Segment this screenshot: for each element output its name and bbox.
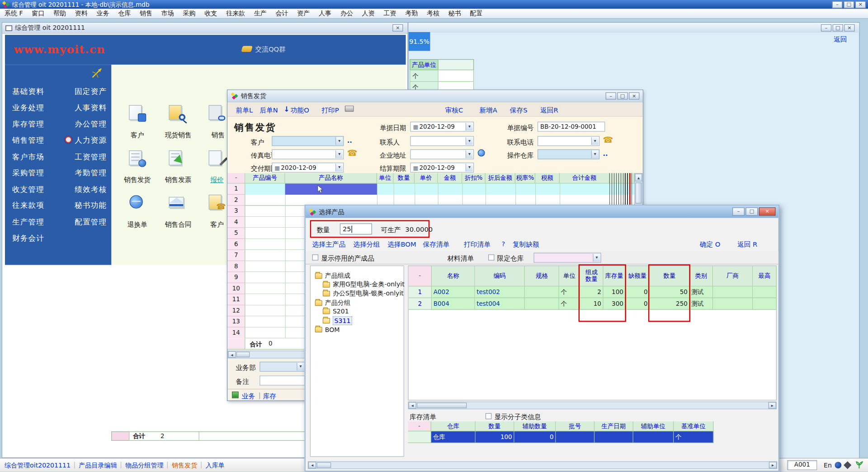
menu-payments[interactable]: 收支 (200, 9, 222, 18)
menu-attendance[interactable]: 考勤 (401, 9, 422, 18)
doc-no-field[interactable]: BB-20-12-09-0001 (538, 122, 605, 131)
printer-icon[interactable] (345, 106, 354, 112)
shortcut-sales-invoice[interactable]: 销售发票 (158, 175, 198, 185)
shortcut-return-order[interactable]: 退换单 (119, 220, 155, 229)
warehouse-filter-select[interactable] (533, 253, 601, 263)
menu-accounts[interactable]: 往来款 (222, 9, 250, 18)
print-button[interactable]: 打印P (321, 106, 339, 115)
language-indicator[interactable]: En (824, 461, 832, 469)
menu-business[interactable]: 业务 (92, 9, 114, 18)
tree-node-s201[interactable]: S201 (323, 308, 349, 315)
save-list-link[interactable]: 保存清单 (423, 240, 450, 249)
customer-select[interactable] (272, 136, 344, 146)
add-button[interactable]: 新增A (479, 106, 497, 115)
audit-button[interactable]: 审核C (445, 106, 463, 115)
show-disabled-checkbox[interactable] (312, 254, 318, 260)
shortcut-customer[interactable]: 客户 (121, 131, 154, 140)
menu-system[interactable]: 系统 F (0, 9, 27, 18)
back-link[interactable]: 返回 (834, 35, 847, 44)
menu-data[interactable]: 资料 (71, 9, 92, 18)
return-order-icon[interactable] (127, 194, 146, 212)
sidebar-item-sales[interactable]: 销售管理 (12, 136, 44, 145)
select-main-product-link[interactable]: 选择主产品 (312, 240, 345, 249)
stock-row-selected[interactable]: 仓库 100 0 个 (408, 431, 713, 443)
sidebar-item-fixed-assets[interactable]: 固定资产 (75, 87, 107, 97)
sidebar-item-payments[interactable]: 收支管理 (12, 185, 44, 195)
select-bom-link[interactable]: 选择BOM (387, 240, 416, 249)
tab-inventory[interactable]: 库存 (263, 392, 276, 401)
unit-cell[interactable]: 个 (410, 70, 439, 82)
select-group-link[interactable]: 选择分组 (353, 240, 380, 249)
qty-input[interactable]: 25 (340, 224, 372, 234)
statusbar-link-inbound[interactable]: 入库单 (206, 461, 225, 469)
contact-select[interactable] (410, 136, 474, 146)
minimize-icon[interactable]: – (832, 1, 842, 8)
sales-delivery-icon[interactable] (127, 150, 146, 168)
help-link[interactable]: ? (501, 240, 505, 248)
dept-select[interactable] (259, 362, 305, 372)
menu-office[interactable]: 办公 (336, 9, 358, 18)
tree-node-grouping[interactable]: 产品分组 (315, 299, 350, 307)
menu-accounting[interactable]: 会计 (271, 9, 293, 18)
close-icon[interactable]: × (759, 207, 776, 215)
menu-purchase[interactable]: 采购 (179, 9, 200, 18)
customer2-icon[interactable]: ☎ (207, 194, 226, 212)
save-button[interactable]: 保存S (510, 106, 528, 115)
sidebar-item-salary[interactable]: 工资管理 (75, 152, 107, 162)
back-button[interactable]: 返回R (540, 106, 558, 115)
return-button[interactable]: 返回 R (737, 240, 757, 249)
tree-node-bom[interactable]: BOM (315, 326, 340, 333)
sales-invoice-icon[interactable] (167, 150, 186, 168)
minimize-icon[interactable]: – (732, 207, 745, 215)
site-link[interactable]: www.myoit.cn (14, 42, 105, 56)
doc-date-field[interactable]: 2020-12-09 (410, 122, 474, 131)
next-doc-button[interactable]: 后单N (259, 106, 278, 115)
close-icon[interactable]: × (844, 24, 854, 32)
statusbar-link-main[interactable]: 综合管理oit20201111 (5, 461, 71, 469)
menu-help[interactable]: 帮助 (49, 9, 71, 18)
statusbar-link-catalog[interactable]: 产品目录编辑 (79, 461, 117, 469)
print-list-link[interactable]: 打印清单 (464, 240, 491, 249)
sidebar-item-human-resource[interactable]: 人力资源 (75, 136, 107, 145)
shortcut-quotation[interactable]: 报价 (204, 175, 231, 185)
confirm-button[interactable]: 确定 O (700, 240, 721, 249)
menu-secretary[interactable]: 秘书 (444, 9, 466, 18)
maximize-icon[interactable]: □ (844, 1, 854, 8)
quotation-icon[interactable] (207, 150, 226, 168)
sidebar-item-office[interactable]: 办公管理 (75, 119, 107, 129)
maximize-icon[interactable]: □ (617, 92, 627, 99)
minimize-icon[interactable]: – (606, 92, 616, 99)
menu-salary[interactable]: 工资 (379, 9, 401, 18)
sidebar-item-hr-data[interactable]: 人事资料 (75, 103, 107, 113)
ime-icon[interactable] (835, 462, 842, 468)
qq-group-link[interactable]: 交流QQ群 (255, 45, 285, 54)
tray-icon[interactable] (844, 461, 851, 469)
menu-appraisal[interactable]: 考核 (422, 9, 444, 18)
close-icon[interactable]: × (392, 24, 403, 32)
sales-icon[interactable] (207, 104, 226, 122)
customer-more-button[interactable]: .. (347, 136, 352, 144)
sidebar-item-production[interactable]: 生产管理 (12, 217, 44, 227)
fax-select[interactable] (272, 150, 344, 159)
menu-hr[interactable]: 人事 (314, 9, 336, 18)
customer-icon[interactable] (127, 104, 146, 122)
sidebar-item-inventory[interactable]: 库存管理 (12, 119, 44, 129)
warehouse-more-button[interactable]: .. (603, 150, 608, 158)
copy-shortage-link[interactable]: 复制缺额 (513, 240, 539, 249)
statusbar-link-sales-delivery[interactable]: 销售发货 (172, 461, 197, 469)
functions-button[interactable]: 功能O (291, 106, 309, 115)
tab-business[interactable]: 业务 (242, 392, 255, 401)
selected-cell[interactable] (285, 184, 377, 195)
product-table-hscrollbar[interactable]: ◂ ▸ (408, 402, 777, 409)
menu-assets[interactable]: 资产 (292, 9, 314, 18)
sales-contract-icon[interactable] (167, 194, 186, 212)
warehouse-select[interactable] (538, 150, 599, 159)
sidebar-item-accounts[interactable]: 往来款项 (12, 201, 44, 210)
settle-date-field[interactable]: 2020-12-09 (410, 163, 474, 173)
note-input[interactable] (259, 375, 305, 385)
close-icon[interactable]: × (629, 92, 639, 99)
sidebar-item-secretary[interactable]: 秘书功能 (75, 201, 107, 210)
statusbar-link-grouping[interactable]: 物品分组管理 (125, 461, 163, 469)
shortcut-sales-contract[interactable]: 销售合同 (158, 220, 198, 229)
sidebar-item-base-data[interactable]: 基础资料 (12, 87, 44, 97)
